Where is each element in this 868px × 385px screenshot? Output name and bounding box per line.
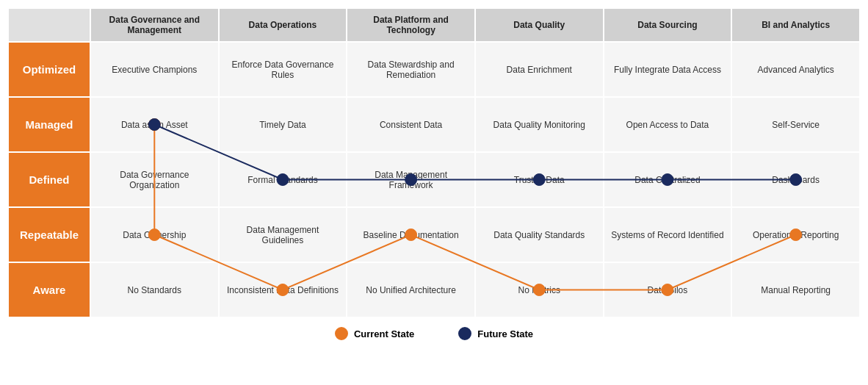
cell-1-4: Open Access to Data: [604, 97, 732, 152]
cell-4-1: Inconsistent Data Definitions: [219, 262, 347, 317]
cell-3-5: Operational Reporting: [731, 207, 860, 262]
cell-0-5: Advanced Analytics: [731, 42, 860, 97]
current-state-label: Current State: [354, 328, 414, 339]
current-state-dot: [335, 327, 348, 340]
col-header-2: Data Operations: [219, 8, 347, 42]
cell-3-1: Data Management Guidelines: [219, 207, 347, 262]
cell-4-4: Data Silos: [604, 262, 732, 317]
cell-1-0: Data as an Asset: [90, 97, 219, 152]
header-empty: [8, 8, 90, 42]
legend-area: Current State Future State: [7, 318, 861, 343]
cell-3-0: Data Ownership: [90, 207, 219, 262]
col-header-4: Data Quality: [475, 8, 604, 42]
col-header-1: Data Governance and Management: [90, 8, 219, 42]
cell-2-4: Data Centralized: [604, 152, 732, 207]
row-label-managed: Managed: [8, 97, 90, 152]
main-container: Data Governance and Management Data Oper…: [0, 0, 868, 350]
future-state-label: Future State: [477, 328, 533, 339]
cell-0-3: Data Enrichment: [475, 42, 604, 97]
cell-1-1: Timely Data: [219, 97, 347, 152]
cell-3-2: Baseline Documentation: [347, 207, 475, 262]
cell-4-5: Manual Reporting: [731, 262, 860, 317]
maturity-grid: Data Governance and Management Data Oper…: [7, 7, 861, 318]
chart-area: Data Governance and Management Data Oper…: [7, 7, 861, 318]
cell-1-2: Consistent Data: [347, 97, 475, 152]
cell-4-0: No Standards: [90, 262, 219, 317]
cell-0-1: Enforce Data Governance Rules: [219, 42, 347, 97]
cell-2-5: Dashboards: [731, 152, 860, 207]
cell-4-3: No Metrics: [475, 262, 604, 317]
cell-1-3: Data Quality Monitoring: [475, 97, 604, 152]
row-label-optimized: Optimized: [8, 42, 90, 97]
cell-0-0: Executive Champions: [90, 42, 219, 97]
col-header-6: BI and Analytics: [731, 8, 860, 42]
future-state-dot: [458, 327, 471, 340]
cell-2-1: Formal Standards: [219, 152, 347, 207]
col-header-3: Data Platform and Technology: [347, 8, 475, 42]
future-state-legend: Future State: [458, 327, 533, 340]
cell-4-2: No Unified Architecture: [347, 262, 475, 317]
cell-1-5: Self-Service: [731, 97, 860, 152]
cell-3-3: Data Quality Standards: [475, 207, 604, 262]
cell-2-0: Data Governance Organization: [90, 152, 219, 207]
row-label-defined: Defined: [8, 152, 90, 207]
cell-2-2: Data Management Framework: [347, 152, 475, 207]
row-label-repeatable: Repeatable: [8, 207, 90, 262]
cell-0-2: Data Stewardship and Remediation: [347, 42, 475, 97]
current-state-legend: Current State: [335, 327, 414, 340]
cell-2-3: Trusted Data: [475, 152, 604, 207]
row-label-aware: Aware: [8, 262, 90, 317]
cell-0-4: Fully Integrate Data Access: [604, 42, 732, 97]
cell-3-4: Systems of Record Identified: [604, 207, 732, 262]
col-header-5: Data Sourcing: [604, 8, 732, 42]
